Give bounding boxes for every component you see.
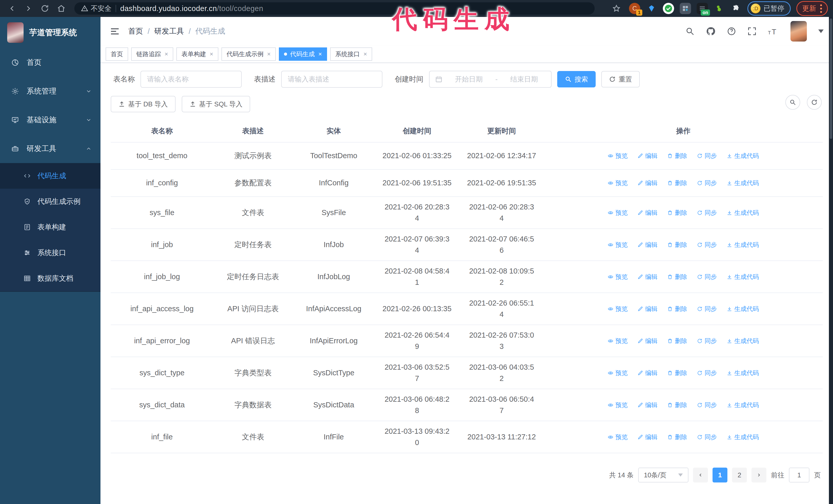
search-button[interactable]: 搜索 — [557, 71, 596, 88]
table-name-input[interactable]: 请输入表名称 — [140, 71, 242, 88]
action-preview[interactable]: 预览 — [608, 336, 628, 345]
reload-icon[interactable] — [38, 2, 52, 16]
action-preview[interactable]: 预览 — [608, 240, 628, 249]
action-sync[interactable]: 同步 — [697, 240, 717, 249]
scrollbar-thumb[interactable] — [830, 19, 832, 139]
fullscreen-icon[interactable] — [747, 27, 757, 36]
sidebar-logo[interactable]: 芋道管理系统 — [0, 17, 100, 48]
header-search-icon[interactable] — [685, 27, 695, 36]
show-search-toggle-button[interactable] — [785, 95, 800, 110]
action-sync[interactable]: 同步 — [697, 178, 717, 188]
home-icon[interactable] — [54, 2, 68, 16]
next-page-button[interactable] — [752, 467, 766, 482]
tab-代码生成[interactable]: 代码生成× — [279, 47, 327, 61]
action-edit[interactable]: 编辑 — [638, 208, 658, 217]
action-edit[interactable]: 编辑 — [638, 178, 658, 188]
tab-close-icon[interactable]: × — [363, 50, 367, 58]
page-button-2[interactable]: 2 — [732, 467, 747, 482]
action-sync[interactable]: 同步 — [697, 401, 717, 410]
action-delete[interactable]: 删除 — [667, 304, 687, 314]
extension-icon-dark[interactable]: on — [697, 3, 708, 14]
extension-icon-orange[interactable]: C1 — [629, 3, 640, 14]
tab-close-icon[interactable]: × — [318, 50, 322, 58]
reset-button[interactable]: 重置 — [601, 71, 640, 88]
hamburger-icon[interactable] — [110, 26, 120, 37]
date-range-picker[interactable]: 开始日期 - 结束日期 — [429, 71, 552, 88]
action-delete[interactable]: 删除 — [667, 208, 687, 217]
action-delete[interactable]: 删除 — [667, 401, 687, 410]
action-delete[interactable]: 删除 — [667, 272, 687, 282]
extension-icon-gem[interactable] — [646, 3, 657, 14]
more-menu-icon[interactable] — [820, 4, 822, 13]
sidebar-subitem-代码生成[interactable]: 代码生成 — [0, 163, 100, 189]
extensions-puzzle-icon[interactable] — [731, 3, 742, 14]
font-size-icon[interactable]: TT — [768, 27, 779, 36]
action-generate-code[interactable]: 生成代码 — [727, 368, 759, 378]
action-generate-code[interactable]: 生成代码 — [727, 178, 759, 188]
help-icon[interactable] — [727, 27, 736, 36]
action-edit[interactable]: 编辑 — [638, 151, 658, 161]
page-size-select[interactable]: 10条/页 — [638, 467, 688, 482]
action-edit[interactable]: 编辑 — [638, 368, 658, 378]
import-sql-button[interactable]: 基于 SQL 导入 — [182, 96, 251, 112]
action-delete[interactable]: 删除 — [667, 178, 687, 188]
action-sync[interactable]: 同步 — [697, 432, 717, 442]
action-preview[interactable]: 预览 — [608, 304, 628, 314]
tab-链路追踪[interactable]: 链路追踪× — [131, 47, 173, 61]
breadcrumb-home[interactable]: 首页 — [128, 26, 143, 37]
extension-icon-grid[interactable] — [680, 3, 691, 14]
table-desc-input[interactable]: 请输入表描述 — [281, 71, 382, 88]
sidebar-item-研发工具[interactable]: 研发工具 — [0, 134, 100, 163]
import-db-button[interactable]: 基于 DB 导入 — [111, 96, 175, 112]
action-generate-code[interactable]: 生成代码 — [727, 304, 759, 314]
sidebar-subitem-系统接口[interactable]: 系统接口 — [0, 240, 100, 266]
paused-badge[interactable]: :D 已暂停 — [747, 1, 791, 16]
forward-icon[interactable] — [22, 2, 35, 16]
caret-down-icon[interactable] — [818, 29, 824, 33]
action-sync[interactable]: 同步 — [697, 368, 717, 378]
action-preview[interactable]: 预览 — [608, 401, 628, 410]
refresh-table-button[interactable] — [807, 95, 822, 110]
action-edit[interactable]: 编辑 — [638, 304, 658, 314]
action-edit[interactable]: 编辑 — [638, 336, 658, 345]
extension-icon-frog[interactable] — [714, 3, 725, 14]
sidebar-subitem-数据库文档[interactable]: 数据库文档 — [0, 266, 100, 291]
goto-page-input[interactable]: 1 — [789, 467, 809, 482]
tab-代码生成示例[interactable]: 代码生成示例× — [221, 47, 276, 61]
prev-page-button[interactable] — [693, 467, 708, 482]
action-sync[interactable]: 同步 — [697, 208, 717, 217]
address-bar[interactable]: 不安全 dashboard.yudao.iocoder.cn/tool/code… — [74, 2, 595, 15]
sidebar-subitem-表单构建[interactable]: 表单构建 — [0, 214, 100, 240]
action-generate-code[interactable]: 生成代码 — [727, 272, 759, 282]
tab-close-icon[interactable]: × — [165, 50, 168, 58]
sidebar-item-系统管理[interactable]: 系统管理 — [0, 77, 100, 105]
github-icon[interactable] — [706, 26, 716, 36]
action-preview[interactable]: 预览 — [608, 432, 628, 442]
tab-首页[interactable]: 首页 — [105, 47, 128, 61]
action-preview[interactable]: 预览 — [608, 208, 628, 217]
action-edit[interactable]: 编辑 — [638, 272, 658, 282]
sidebar-item-基础设施[interactable]: 基础设施 — [0, 105, 100, 134]
action-edit[interactable]: 编辑 — [638, 432, 658, 442]
action-sync[interactable]: 同步 — [697, 272, 717, 282]
page-button-1[interactable]: 1 — [713, 467, 728, 482]
breadcrumb-tools[interactable]: 研发工具 — [154, 26, 184, 37]
action-edit[interactable]: 编辑 — [638, 240, 658, 249]
user-avatar[interactable] — [790, 21, 807, 42]
action-generate-code[interactable]: 生成代码 — [727, 432, 759, 442]
sidebar-item-首页[interactable]: 首页 — [0, 48, 100, 77]
action-generate-code[interactable]: 生成代码 — [727, 151, 759, 161]
extension-icon-green-check[interactable] — [663, 3, 674, 14]
action-preview[interactable]: 预览 — [608, 368, 628, 378]
tab-close-icon[interactable]: × — [267, 50, 271, 58]
tab-表单构建[interactable]: 表单构建× — [176, 47, 218, 61]
action-delete[interactable]: 删除 — [667, 151, 687, 161]
page-scrollbar[interactable] — [829, 17, 833, 504]
action-delete[interactable]: 删除 — [667, 432, 687, 442]
security-warning[interactable]: 不安全 — [81, 4, 112, 13]
action-preview[interactable]: 预览 — [608, 151, 628, 161]
back-icon[interactable] — [5, 2, 19, 16]
bookmark-star-icon[interactable] — [610, 2, 623, 16]
action-generate-code[interactable]: 生成代码 — [727, 208, 759, 217]
action-sync[interactable]: 同步 — [697, 151, 717, 161]
